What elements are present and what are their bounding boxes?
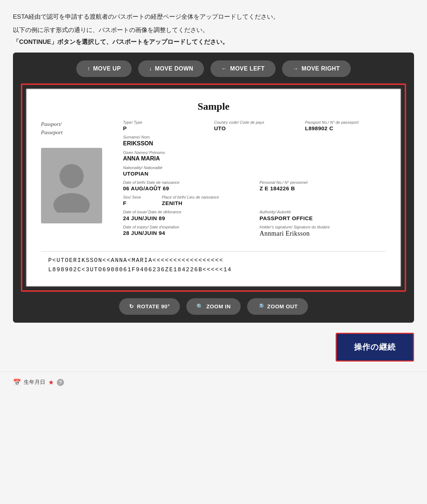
field-given-names: Given Names/ Prénoms ANNA MARIA: [123, 150, 386, 162]
calendar-icon: 📅: [13, 378, 21, 386]
arrow-right-icon: →: [293, 65, 299, 72]
move-right-button[interactable]: → MOVE RIGHT: [282, 60, 351, 77]
passport-sample-title: Sample: [41, 101, 386, 112]
birthdate-field-label: 📅 生年月日 ★ ?: [13, 378, 64, 386]
zoom-in-label: ZOOM IN: [206, 303, 231, 309]
move-down-button[interactable]: ↓ MOVE DOWN: [138, 60, 204, 77]
mrz-section: P<UTOERIKSSON<<ANNA<MARIA<<<<<<<<<<<<<<<…: [41, 251, 386, 273]
passport-fields: Type/ Type P Country code/ Code de pays …: [123, 120, 386, 241]
rotate-label: ROTATE 90°: [137, 303, 170, 309]
field-country: Country code/ Code de pays UTO: [214, 120, 295, 131]
field-expiry: Date of expiry/ Date d'expiration 28 JUN…: [123, 225, 250, 237]
move-left-label: MOVE LEFT: [230, 65, 265, 72]
field-surname: Surname/ Nom ERIKSSON: [123, 135, 386, 146]
rotate-button[interactable]: ↻ ROTATE 90°: [119, 298, 180, 315]
move-right-label: MOVE RIGHT: [301, 65, 340, 72]
svg-point-0: [59, 164, 83, 188]
field-nationality: Nationality/ Nationalité UTOPIAN: [123, 165, 386, 177]
passport-photo: [41, 148, 102, 223]
svg-point-1: [54, 193, 90, 213]
continue-section: 操作の継続: [0, 323, 427, 362]
mrz-line-1: P<UTOERIKSSON<<ANNA<MARIA<<<<<<<<<<<<<<<…: [41, 257, 386, 264]
zoom-in-icon: 🔍: [196, 303, 204, 310]
bottom-buttons-row: ↻ ROTATE 90° 🔍 ZOOM IN 🔎 ZOOM OUT: [21, 298, 406, 315]
continue-button[interactable]: 操作の継続: [336, 333, 414, 362]
move-buttons-row: ↑ MOVE UP ↓ MOVE DOWN ← MOVE LEFT → MOVE…: [21, 60, 406, 77]
field-personal-no: Personal No./ N° personnel Z E 184226 B: [260, 180, 386, 191]
field-place-of-birth: Place of birth/ Lieu de naissance ZENITH: [162, 195, 386, 206]
zoom-out-label: ZOOM OUT: [267, 303, 298, 309]
field-issue-date: Date of issue/ Date de délivrance 24 JUN…: [123, 210, 250, 221]
passport-frame-inner: Sample Passport/ Passeport: [26, 88, 401, 287]
move-up-button[interactable]: ↑ MOVE UP: [76, 60, 132, 77]
field-authority: Authority/ Autorité PASSPORT OFFICE: [260, 210, 386, 221]
move-up-label: MOVE UP: [93, 65, 121, 72]
passport-tool: ↑ MOVE UP ↓ MOVE DOWN ← MOVE LEFT → MOVE…: [13, 53, 414, 323]
info-icon[interactable]: ?: [57, 379, 64, 386]
description-1: ESTA経由で認可を申請する渡航者のパスポートの経歴ページ全体をアップロードして…: [13, 12, 414, 23]
zoom-in-button[interactable]: 🔍 ZOOM IN: [186, 298, 241, 315]
mrz-line-2: L898902C<3UTO6908061F9406236ZE184226B<<<…: [41, 267, 386, 273]
field-signature: Holder's signature/ Signature du titulai…: [260, 225, 386, 237]
arrow-left-icon: ←: [221, 65, 227, 72]
description-3: 「CONTINUE」ボタンを選択して、パスポートをアップロードしてください。: [13, 38, 414, 46]
zoom-out-button[interactable]: 🔎 ZOOM OUT: [247, 298, 308, 315]
move-down-label: MOVE DOWN: [155, 65, 194, 72]
field-type: Type/ Type P: [123, 120, 204, 131]
arrow-down-icon: ↓: [149, 65, 152, 72]
move-left-button[interactable]: ← MOVE LEFT: [210, 60, 276, 77]
description-2: 以下の例に示す形式の通りに、パスポートの画像を調整してください。: [13, 25, 414, 36]
passport-left-label: Passport/ Passeport: [41, 120, 63, 136]
field-dob: Date of birth/ Date de naissance 06 AUG/…: [123, 180, 250, 191]
zoom-out-icon: 🔎: [257, 303, 264, 310]
required-indicator: ★: [48, 378, 54, 386]
field-passport-no: Passport No./ N° de passeport L898902 C: [305, 120, 386, 131]
arrow-up-icon: ↑: [87, 65, 90, 72]
field-sex: Sex/ Sexe F: [123, 195, 152, 206]
rotate-icon: ↻: [129, 303, 134, 310]
passport-frame-outer: Sample Passport/ Passeport: [21, 83, 406, 292]
bottom-bar: 📅 生年月日 ★ ?: [0, 372, 427, 393]
